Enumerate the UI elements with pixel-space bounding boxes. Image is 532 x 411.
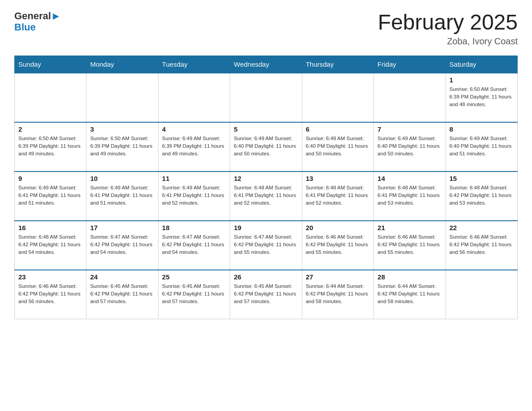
- day-number-20: 20: [306, 224, 370, 231]
- calendar-cell-w0-d0: [15, 73, 86, 122]
- calendar-cell-w3-d4: 20Sunrise: 6:46 AM Sunset: 6:42 PM Dayli…: [302, 221, 373, 270]
- calendar-cell-w3-d2: 18Sunrise: 6:47 AM Sunset: 6:42 PM Dayli…: [158, 221, 230, 270]
- calendar-cell-w0-d2: [158, 73, 230, 122]
- day-info-16: Sunrise: 6:48 AM Sunset: 6:42 PM Dayligh…: [18, 233, 82, 257]
- day-number-6: 6: [306, 125, 370, 133]
- day-info-22: Sunrise: 6:46 AM Sunset: 6:42 PM Dayligh…: [450, 233, 514, 257]
- calendar-subtitle: Zoba, Ivory Coast: [378, 36, 518, 47]
- day-number-5: 5: [234, 125, 298, 133]
- day-info-2: Sunrise: 6:50 AM Sunset: 6:39 PM Dayligh…: [18, 135, 82, 158]
- calendar-cell-w4-d3: 26Sunrise: 6:45 AM Sunset: 6:42 PM Dayli…: [230, 270, 302, 319]
- day-info-17: Sunrise: 6:47 AM Sunset: 6:42 PM Dayligh…: [90, 233, 154, 257]
- calendar-cell-w3-d6: 22Sunrise: 6:46 AM Sunset: 6:42 PM Dayli…: [446, 221, 517, 270]
- day-number-11: 11: [162, 175, 226, 182]
- day-info-12: Sunrise: 6:48 AM Sunset: 6:41 PM Dayligh…: [234, 184, 298, 207]
- calendar-cell-w2-d5: 14Sunrise: 6:48 AM Sunset: 6:41 PM Dayli…: [374, 171, 446, 221]
- calendar-cell-w0-d4: [302, 73, 373, 122]
- calendar-cell-w4-d4: 27Sunrise: 6:44 AM Sunset: 6:42 PM Dayli…: [302, 270, 373, 319]
- day-info-26: Sunrise: 6:45 AM Sunset: 6:42 PM Dayligh…: [234, 283, 298, 306]
- calendar-cell-w4-d6: [446, 270, 517, 319]
- day-info-24: Sunrise: 6:45 AM Sunset: 6:42 PM Dayligh…: [90, 283, 154, 306]
- day-number-27: 27: [306, 273, 370, 281]
- calendar-cell-w1-d4: 6Sunrise: 6:49 AM Sunset: 6:40 PM Daylig…: [302, 122, 373, 171]
- day-number-1: 1: [450, 76, 514, 84]
- calendar-table: Sunday Monday Tuesday Wednesday Thursday…: [14, 56, 518, 320]
- day-info-19: Sunrise: 6:47 AM Sunset: 6:42 PM Dayligh…: [234, 233, 298, 257]
- day-info-20: Sunrise: 6:46 AM Sunset: 6:42 PM Dayligh…: [306, 233, 370, 257]
- week-row-1: 2Sunrise: 6:50 AM Sunset: 6:39 PM Daylig…: [15, 122, 518, 171]
- calendar-cell-w2-d2: 11Sunrise: 6:49 AM Sunset: 6:41 PM Dayli…: [158, 171, 230, 221]
- header-monday: Monday: [86, 56, 158, 73]
- day-info-1: Sunrise: 6:50 AM Sunset: 6:39 PM Dayligh…: [450, 86, 514, 109]
- day-number-24: 24: [90, 273, 154, 281]
- logo: General Blue: [14, 11, 60, 33]
- day-number-4: 4: [162, 125, 226, 133]
- calendar-cell-w2-d6: 15Sunrise: 6:48 AM Sunset: 6:42 PM Dayli…: [446, 171, 517, 221]
- calendar-cell-w0-d5: [374, 73, 446, 122]
- calendar-cell-w2-d4: 13Sunrise: 6:48 AM Sunset: 6:41 PM Dayli…: [302, 171, 373, 221]
- calendar-cell-w3-d3: 19Sunrise: 6:47 AM Sunset: 6:42 PM Dayli…: [230, 221, 302, 270]
- title-block: February 2025 Zoba, Ivory Coast: [378, 11, 518, 47]
- day-info-18: Sunrise: 6:47 AM Sunset: 6:42 PM Dayligh…: [162, 233, 226, 257]
- header-tuesday: Tuesday: [158, 56, 230, 73]
- calendar-cell-w2-d3: 12Sunrise: 6:48 AM Sunset: 6:41 PM Dayli…: [230, 171, 302, 221]
- day-info-25: Sunrise: 6:45 AM Sunset: 6:42 PM Dayligh…: [162, 283, 226, 306]
- calendar-cell-w3-d5: 21Sunrise: 6:46 AM Sunset: 6:42 PM Dayli…: [374, 221, 446, 270]
- calendar-cell-w3-d0: 16Sunrise: 6:48 AM Sunset: 6:42 PM Dayli…: [15, 221, 86, 270]
- day-number-21: 21: [378, 224, 442, 231]
- day-number-23: 23: [18, 273, 82, 281]
- day-number-16: 16: [18, 224, 82, 231]
- day-number-7: 7: [378, 125, 442, 133]
- day-info-27: Sunrise: 6:44 AM Sunset: 6:42 PM Dayligh…: [306, 283, 370, 306]
- logo-general-text: General: [14, 11, 60, 21]
- day-info-9: Sunrise: 6:49 AM Sunset: 6:41 PM Dayligh…: [18, 184, 82, 207]
- day-number-28: 28: [378, 273, 442, 281]
- calendar-cell-w2-d0: 9Sunrise: 6:49 AM Sunset: 6:41 PM Daylig…: [15, 171, 86, 221]
- header-saturday: Saturday: [446, 56, 517, 73]
- weekday-header-row: Sunday Monday Tuesday Wednesday Thursday…: [15, 56, 518, 73]
- day-number-2: 2: [18, 125, 82, 133]
- day-info-21: Sunrise: 6:46 AM Sunset: 6:42 PM Dayligh…: [378, 233, 442, 257]
- logo-blue-text: Blue: [14, 21, 36, 33]
- day-number-9: 9: [18, 175, 82, 182]
- day-info-15: Sunrise: 6:48 AM Sunset: 6:42 PM Dayligh…: [450, 184, 514, 207]
- day-info-28: Sunrise: 6:44 AM Sunset: 6:42 PM Dayligh…: [378, 283, 442, 306]
- week-row-4: 23Sunrise: 6:46 AM Sunset: 6:42 PM Dayli…: [15, 270, 518, 319]
- day-number-25: 25: [162, 273, 226, 281]
- day-number-3: 3: [90, 125, 154, 133]
- header-sunday: Sunday: [15, 56, 86, 73]
- day-number-19: 19: [234, 224, 298, 231]
- day-info-4: Sunrise: 6:49 AM Sunset: 6:39 PM Dayligh…: [162, 135, 226, 158]
- calendar-cell-w4-d5: 28Sunrise: 6:44 AM Sunset: 6:42 PM Dayli…: [374, 270, 446, 319]
- day-number-12: 12: [234, 175, 298, 182]
- calendar-cell-w4-d1: 24Sunrise: 6:45 AM Sunset: 6:42 PM Dayli…: [86, 270, 158, 319]
- day-number-26: 26: [234, 273, 298, 281]
- day-info-14: Sunrise: 6:48 AM Sunset: 6:41 PM Dayligh…: [378, 184, 442, 207]
- page-header: General Blue February 2025 Zoba, Ivory C…: [14, 11, 518, 47]
- header-wednesday: Wednesday: [230, 56, 302, 73]
- calendar-cell-w3-d1: 17Sunrise: 6:47 AM Sunset: 6:42 PM Dayli…: [86, 221, 158, 270]
- calendar-cell-w4-d0: 23Sunrise: 6:46 AM Sunset: 6:42 PM Dayli…: [15, 270, 86, 319]
- calendar-cell-w1-d0: 2Sunrise: 6:50 AM Sunset: 6:39 PM Daylig…: [15, 122, 86, 171]
- day-number-22: 22: [450, 224, 514, 231]
- calendar-title: February 2025: [378, 11, 518, 34]
- calendar-cell-w4-d2: 25Sunrise: 6:45 AM Sunset: 6:42 PM Dayli…: [158, 270, 230, 319]
- week-row-2: 9Sunrise: 6:49 AM Sunset: 6:41 PM Daylig…: [15, 171, 518, 221]
- day-info-5: Sunrise: 6:49 AM Sunset: 6:40 PM Dayligh…: [234, 135, 298, 158]
- day-info-3: Sunrise: 6:50 AM Sunset: 6:39 PM Dayligh…: [90, 135, 154, 158]
- day-number-13: 13: [306, 175, 370, 182]
- day-number-15: 15: [450, 175, 514, 182]
- day-info-6: Sunrise: 6:49 AM Sunset: 6:40 PM Dayligh…: [306, 135, 370, 158]
- calendar-cell-w1-d6: 8Sunrise: 6:49 AM Sunset: 6:40 PM Daylig…: [446, 122, 517, 171]
- day-number-8: 8: [450, 125, 514, 133]
- day-number-18: 18: [162, 224, 226, 231]
- calendar-cell-w1-d5: 7Sunrise: 6:49 AM Sunset: 6:40 PM Daylig…: [374, 122, 446, 171]
- calendar-cell-w1-d3: 5Sunrise: 6:49 AM Sunset: 6:40 PM Daylig…: [230, 122, 302, 171]
- calendar-cell-w1-d1: 3Sunrise: 6:50 AM Sunset: 6:39 PM Daylig…: [86, 122, 158, 171]
- week-row-0: 1Sunrise: 6:50 AM Sunset: 6:39 PM Daylig…: [15, 73, 518, 122]
- day-number-14: 14: [378, 175, 442, 182]
- header-friday: Friday: [374, 56, 446, 73]
- header-thursday: Thursday: [302, 56, 373, 73]
- day-info-10: Sunrise: 6:49 AM Sunset: 6:41 PM Dayligh…: [90, 184, 154, 207]
- day-number-17: 17: [90, 224, 154, 231]
